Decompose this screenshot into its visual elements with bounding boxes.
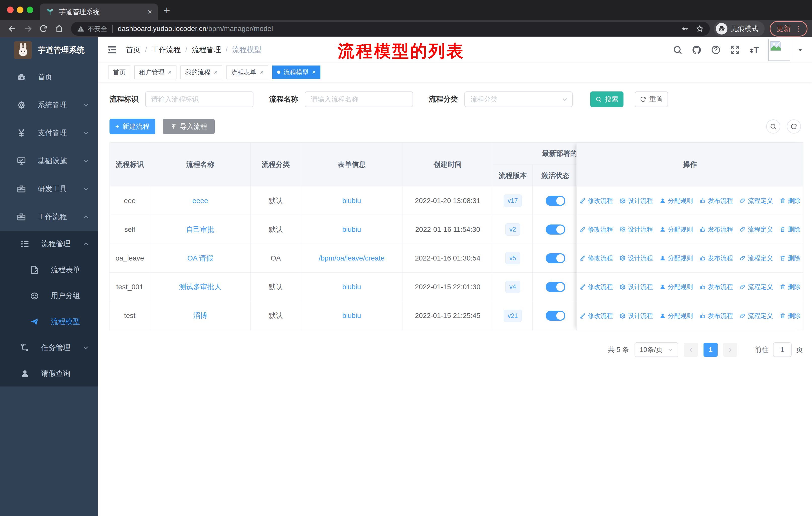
action-design-gear[interactable]: 设计流程 [619, 254, 653, 262]
arrow-right-icon[interactable] [23, 24, 32, 33]
close-window-button[interactable] [7, 6, 13, 13]
action-edit[interactable]: 修改流程 [579, 312, 613, 320]
form-info-link[interactable]: /bpm/oa/leave/create [319, 254, 385, 262]
minimize-window-button[interactable] [17, 6, 23, 13]
import-process-button[interactable]: 导入流程 [163, 119, 215, 134]
show-search-button[interactable] [766, 119, 780, 134]
action-trash[interactable]: 删除 [780, 312, 801, 320]
tab-chip[interactable]: 流程表单× [226, 65, 268, 79]
action-user-solid[interactable]: 分配规则 [660, 225, 693, 234]
action-paperclip[interactable]: 流程定义 [740, 254, 773, 262]
sidebar-item[interactable]: 基础设施 [0, 147, 98, 175]
breadcrumb-item[interactable]: 流程管理 [192, 45, 221, 55]
tab-chip[interactable]: 我的流程× [180, 65, 223, 79]
sidebar-item[interactable]: 研发工具 [0, 175, 98, 203]
caret-down-icon[interactable] [797, 47, 804, 53]
version-tag[interactable]: v21 [504, 310, 522, 322]
action-thumb[interactable]: 发布流程 [699, 225, 733, 234]
action-design-gear[interactable]: 设计流程 [619, 283, 653, 291]
update-browser-button[interactable]: 更新 ⋮ [770, 21, 808, 36]
breadcrumb-item[interactable]: 首页 [126, 45, 141, 55]
search-button[interactable]: 搜索 [590, 91, 624, 107]
action-trash[interactable]: 删除 [780, 283, 801, 291]
sidebar-subitem[interactable]: 流程表单 [0, 257, 98, 283]
sidebar-item[interactable]: 支付管理 [0, 119, 98, 147]
sidebar-item[interactable]: 系统管理 [0, 91, 98, 119]
reload-icon[interactable] [39, 24, 48, 33]
process-name-link[interactable]: OA 请假 [187, 253, 213, 263]
sidebar-subitem[interactable]: 用户分组 [0, 283, 98, 309]
action-user-solid[interactable]: 分配规则 [660, 196, 693, 205]
action-design-gear[interactable]: 设计流程 [619, 312, 653, 320]
process-name-link[interactable]: eeee [192, 197, 208, 205]
browser-tab[interactable]: 芋道管理系统 × [40, 3, 158, 20]
tab-chip[interactable]: 流程模型× [272, 65, 321, 79]
active-toggle[interactable] [546, 253, 565, 263]
page-size-select[interactable]: 10条/页 [635, 343, 678, 357]
sidebar-subitem[interactable]: 流程管理 [0, 231, 98, 257]
action-edit[interactable]: 修改流程 [579, 283, 613, 291]
action-thumb[interactable]: 发布流程 [699, 196, 733, 205]
process-category-select[interactable] [464, 91, 573, 107]
action-paperclip[interactable]: 流程定义 [740, 225, 773, 234]
process-id-input[interactable] [145, 91, 254, 107]
sidebar-subitem[interactable]: 请假查询 [0, 360, 98, 386]
search-icon[interactable] [672, 45, 683, 55]
form-info-link[interactable]: biubiu [342, 312, 361, 320]
tab-chip[interactable]: 首页 [108, 65, 130, 79]
active-toggle[interactable] [546, 311, 565, 321]
refresh-table-button[interactable] [787, 119, 801, 134]
next-page-button[interactable] [723, 343, 737, 357]
close-icon[interactable]: × [168, 69, 172, 76]
version-tag[interactable]: v2 [505, 223, 520, 236]
action-design-gear[interactable]: 设计流程 [619, 196, 653, 205]
action-trash[interactable]: 删除 [780, 254, 801, 262]
arrow-left-icon[interactable] [8, 24, 17, 33]
hamburger-icon[interactable] [107, 45, 117, 55]
sidebar-subitem[interactable]: 任务管理 [0, 334, 98, 360]
active-toggle[interactable] [546, 196, 565, 206]
sidebar-item[interactable]: 工作流程 [0, 203, 98, 231]
action-user-solid[interactable]: 分配规则 [660, 312, 693, 320]
breadcrumb-item[interactable]: 流程模型 [232, 45, 261, 55]
reset-button[interactable]: 重置 [635, 91, 668, 107]
version-tag[interactable]: v5 [505, 252, 520, 264]
prev-page-button[interactable] [684, 343, 698, 357]
font-size-icon[interactable]: TT [749, 45, 759, 55]
page-1-button[interactable]: 1 [703, 343, 718, 357]
close-icon[interactable]: × [312, 69, 316, 76]
tab-close-icon[interactable]: × [147, 8, 152, 16]
zoom-window-button[interactable] [27, 6, 33, 13]
avatar[interactable] [768, 39, 790, 61]
github-icon[interactable] [692, 45, 702, 55]
create-process-button[interactable]: + 新建流程 [110, 119, 155, 134]
close-icon[interactable]: × [214, 69, 218, 76]
close-icon[interactable]: × [260, 69, 264, 76]
action-paperclip[interactable]: 流程定义 [740, 196, 773, 205]
active-toggle[interactable] [546, 224, 565, 235]
star-icon[interactable] [696, 25, 704, 33]
action-trash[interactable]: 删除 [780, 225, 801, 234]
action-trash[interactable]: 删除 [780, 196, 801, 205]
key-icon[interactable] [681, 25, 689, 33]
goto-page-input[interactable] [773, 343, 792, 357]
form-info-link[interactable]: biubiu [342, 225, 361, 234]
sidebar-subitem[interactable]: 流程模型 [0, 309, 98, 334]
version-tag[interactable]: v4 [505, 281, 520, 293]
help-icon[interactable] [711, 45, 721, 55]
process-name-input[interactable] [305, 91, 413, 107]
new-tab-button[interactable]: + [164, 4, 170, 17]
form-info-link[interactable]: biubiu [342, 197, 361, 205]
process-name-link[interactable]: 滔博 [193, 311, 207, 321]
tab-chip[interactable]: 租户管理× [135, 65, 176, 79]
action-edit[interactable]: 修改流程 [579, 254, 613, 262]
url-bar[interactable]: 不安全 dashboard.yudao.iocoder.cn/bpm/manag… [71, 22, 710, 36]
action-user-solid[interactable]: 分配规则 [660, 254, 693, 262]
sidebar-item[interactable]: 首页 [0, 63, 98, 91]
action-edit[interactable]: 修改流程 [579, 225, 613, 234]
process-name-link[interactable]: 测试多审批人 [179, 282, 222, 292]
form-info-link[interactable]: biubiu [342, 283, 361, 291]
action-thumb[interactable]: 发布流程 [699, 254, 733, 262]
fullscreen-icon[interactable] [730, 45, 740, 55]
home-icon[interactable] [55, 24, 64, 33]
